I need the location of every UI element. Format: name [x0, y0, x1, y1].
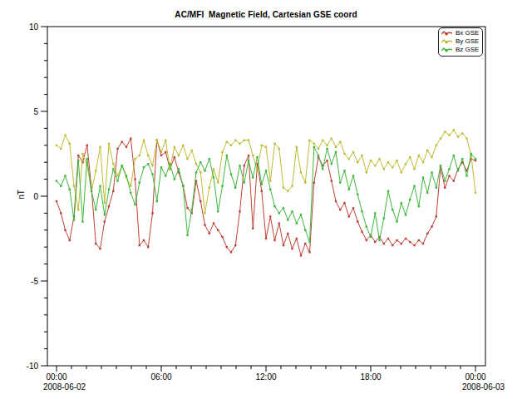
series-marker: [147, 246, 149, 248]
x-axis-start-date: 2008-06-02: [43, 382, 86, 392]
series-marker: [60, 212, 62, 214]
series-marker: [252, 228, 254, 229]
series-marker: [204, 170, 205, 171]
series-marker: [413, 168, 415, 170]
series-marker: [248, 160, 249, 161]
series-marker: [200, 161, 201, 163]
series-marker: [444, 180, 446, 181]
series-marker: [313, 181, 315, 183]
series-marker: [383, 217, 385, 219]
legend-item-label: Bz GSE: [456, 46, 479, 54]
series-marker: [422, 176, 424, 178]
series-marker: [230, 145, 232, 146]
plot-frame: [47, 27, 485, 366]
series-marker: [56, 145, 57, 146]
series-marker: [182, 145, 184, 146]
series-marker: [81, 153, 83, 155]
series-marker: [64, 229, 66, 231]
series-marker: [374, 165, 376, 166]
series-marker: [221, 151, 223, 153]
series-marker: [112, 190, 114, 192]
series-marker: [378, 239, 380, 241]
series-marker: [239, 143, 240, 145]
legend-item-bx-gse: Bx GSE: [441, 29, 479, 37]
series-marker: [287, 233, 288, 234]
series-marker: [269, 215, 271, 217]
series-marker: [361, 210, 362, 212]
series-marker: [466, 175, 467, 176]
series-marker: [234, 187, 236, 189]
series-marker: [331, 137, 332, 139]
series-marker: [413, 185, 415, 187]
series-marker: [186, 234, 188, 236]
series-marker: [370, 160, 372, 161]
series-marker: [348, 189, 350, 190]
series-marker: [143, 139, 145, 140]
series-marker: [300, 254, 302, 256]
series-marker: [308, 241, 310, 243]
series-marker: [139, 155, 140, 156]
series-marker: [77, 155, 79, 156]
series-marker: [134, 178, 135, 180]
legend-item-bz-gse: Bz GSE: [441, 46, 479, 54]
series-marker: [304, 243, 306, 244]
series-marker: [191, 209, 193, 210]
series-marker: [413, 244, 415, 246]
series-marker: [352, 207, 354, 209]
series-marker: [383, 243, 385, 244]
series-marker: [387, 190, 389, 192]
series-marker: [283, 244, 284, 246]
series-marker: [357, 220, 358, 222]
series-marker: [174, 146, 175, 148]
series-marker: [209, 158, 210, 160]
series-marker: [453, 129, 455, 131]
series-marker: [300, 214, 302, 215]
series-marker: [448, 175, 450, 176]
series-marker: [331, 163, 332, 165]
series-marker: [213, 176, 214, 178]
series-marker: [387, 161, 389, 163]
series-marker: [418, 239, 420, 241]
series-marker: [409, 241, 411, 243]
series-marker: [361, 231, 362, 233]
series-marker: [331, 180, 332, 181]
series-marker: [221, 236, 223, 238]
series-marker: [387, 238, 389, 239]
series-marker: [392, 166, 393, 168]
series-marker: [448, 168, 450, 170]
series-marker: [226, 141, 228, 143]
series-marker: [230, 173, 232, 175]
series-marker: [436, 187, 437, 189]
series-marker: [444, 131, 446, 132]
series-marker: [160, 166, 162, 168]
x-tick-label: 06:00: [150, 372, 171, 382]
series-marker: [291, 248, 293, 249]
legend-line-icon: [441, 38, 453, 45]
series-marker: [217, 181, 219, 183]
series-marker: [283, 207, 284, 209]
series-marker: [431, 226, 432, 228]
series-marker: [409, 199, 411, 200]
y-tick-label: 0: [33, 192, 38, 201]
series-marker: [234, 244, 236, 246]
series-marker: [278, 148, 280, 150]
series-marker: [221, 185, 223, 187]
series-marker: [287, 219, 288, 220]
series-marker: [475, 192, 476, 194]
series-marker: [431, 171, 432, 173]
series-marker: [239, 165, 240, 166]
series-marker: [151, 212, 153, 214]
series-marker: [409, 156, 411, 158]
series-marker: [370, 236, 372, 238]
series-marker: [234, 139, 236, 140]
series-marker: [248, 139, 249, 140]
series-marker: [156, 139, 158, 140]
legend-item-by-gse: By GSE: [441, 37, 479, 46]
series-marker: [304, 229, 306, 231]
series-marker: [418, 205, 420, 207]
series-marker: [265, 238, 267, 239]
series-marker: [457, 135, 459, 137]
series-marker: [405, 214, 406, 215]
series-marker: [261, 190, 263, 192]
series-marker: [335, 151, 337, 153]
